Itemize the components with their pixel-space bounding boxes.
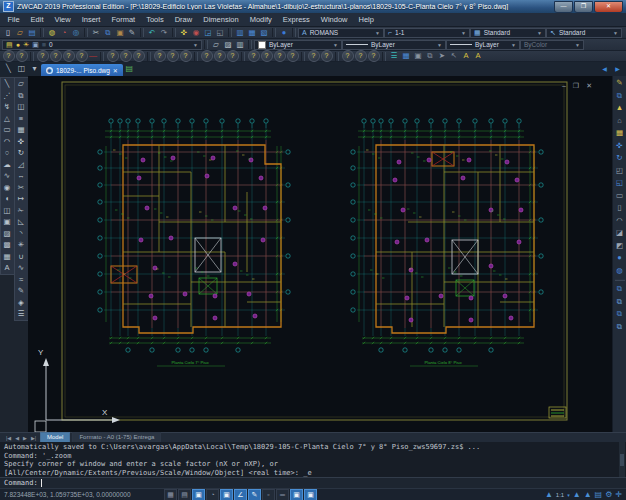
copy-tool[interactable]: ⧉ xyxy=(15,90,27,102)
viewports-icon[interactable]: ▥ xyxy=(234,28,246,38)
minimize-button[interactable]: — xyxy=(554,1,573,13)
linetype-combo[interactable]: ByLayer▼ xyxy=(342,40,446,50)
undo-icon[interactable]: ↶ xyxy=(146,28,158,38)
custom-button-icon[interactable]: ? xyxy=(76,50,88,62)
mtext-tool[interactable]: A xyxy=(1,262,13,274)
menu-item-help[interactable]: Help xyxy=(353,13,379,26)
stretch-tool[interactable]: ↔ xyxy=(15,170,27,182)
region-tool[interactable]: ▩ xyxy=(1,239,13,251)
custom-button-icon[interactable]: ? xyxy=(201,50,213,62)
menu-item-dimension[interactable]: Dimension xyxy=(198,13,244,26)
break-tool[interactable]: ✁ xyxy=(15,205,27,217)
redo-icon[interactable]: ↷ xyxy=(158,28,170,38)
image-frame-icon[interactable]: ▣ xyxy=(412,51,424,61)
chamfer-tool[interactable]: ◺ xyxy=(15,216,27,228)
draw-arrow-icon[interactable]: ➤ xyxy=(436,51,448,61)
plot-style-combo[interactable]: ByColor▼ xyxy=(520,40,584,50)
rect-icon[interactable]: ▯ xyxy=(614,202,626,215)
insert-block-tool[interactable]: ◫ xyxy=(1,205,13,217)
preview-icon[interactable]: ◔ xyxy=(58,28,70,38)
ellipse-tool[interactable]: ◉ xyxy=(1,182,13,194)
pan-icon[interactable]: ✜ xyxy=(178,28,190,38)
lineweight-combo[interactable]: ByLayer▼ xyxy=(446,40,520,50)
menu-item-edit[interactable]: Edit xyxy=(25,13,49,26)
paste-icon[interactable]: ▣ xyxy=(114,28,126,38)
custom-button-icon[interactable]: ? xyxy=(167,50,179,62)
layer-on-icon[interactable]: ● xyxy=(16,41,20,48)
revision-cloud-tool[interactable]: ☁ xyxy=(1,159,13,171)
custom-button-icon[interactable]: ? xyxy=(274,50,286,62)
layers-add-icon[interactable]: ⧉ xyxy=(614,296,626,309)
layers-copy-icon[interactable]: ⧉ xyxy=(614,308,626,321)
plot-icon[interactable]: ◍ xyxy=(46,28,58,38)
capture-icon[interactable]: ▤ xyxy=(595,490,603,499)
menu-item-express[interactable]: Express xyxy=(277,13,315,26)
layer-properties-icon[interactable]: ▤ xyxy=(6,41,13,49)
custom-button-icon[interactable]: ? xyxy=(50,50,62,62)
layer-color-icon[interactable]: ■ xyxy=(42,41,46,48)
sketch-icon[interactable]: ✎ xyxy=(614,77,626,90)
match-properties-icon[interactable]: ✎ xyxy=(126,28,138,38)
drawing-canvas[interactable]: YXPlanta Cielo 7° PisoPlanta Cielo 8° Pi… xyxy=(28,76,612,432)
home-view-icon[interactable]: ⌂ xyxy=(614,115,626,128)
menu-item-draw[interactable]: Draw xyxy=(169,13,198,26)
etrack-toggle[interactable]: ∠ xyxy=(234,489,247,500)
join-tool[interactable]: ∪ xyxy=(15,251,27,263)
command-scrollbar[interactable] xyxy=(619,442,625,477)
warning-icon[interactable]: ▲ xyxy=(614,102,626,115)
menu-item-tools[interactable]: Tools xyxy=(141,13,170,26)
zoom-window-icon[interactable]: ◲ xyxy=(202,28,214,38)
command-history[interactable]: Automatically saved to C:\Users\avargas\… xyxy=(0,442,626,477)
spline-tool[interactable]: ∿ xyxy=(1,170,13,182)
document-tab[interactable]: ◉18029-... Piso.dwg✕ xyxy=(41,64,123,76)
linetool-icon[interactable]: ╲ xyxy=(2,63,15,75)
open-file-icon[interactable]: ▱ xyxy=(14,28,26,38)
layout-nav-icon-2[interactable]: ▶ xyxy=(21,435,29,441)
beam-icon[interactable]: ◫ xyxy=(15,63,28,75)
layers-state-icon[interactable]: ⧉ xyxy=(614,321,626,334)
extend-tool[interactable]: ↦ xyxy=(15,193,27,205)
line-tool[interactable]: ╲ xyxy=(1,78,13,90)
construction-line-tool[interactable]: ⋰ xyxy=(1,90,13,102)
table-view-icon[interactable]: ▦ xyxy=(400,51,412,61)
layout-nav-icon-0[interactable]: |◀ xyxy=(4,435,13,441)
restore-button[interactable]: ❐ xyxy=(574,1,593,13)
cut-icon[interactable]: ✂ xyxy=(90,28,102,38)
polyline-tool[interactable]: ↯ xyxy=(1,101,13,113)
close-button[interactable]: ✕ xyxy=(594,1,623,13)
custom-button-icon[interactable]: ? xyxy=(287,50,299,62)
menu-item-modify[interactable]: Modify xyxy=(244,13,277,26)
lineweight-toggle[interactable]: ═ xyxy=(276,489,289,500)
custom-button-icon[interactable]: ? xyxy=(133,50,145,62)
custom-button-icon[interactable]: ? xyxy=(154,50,166,62)
close-tab-icon[interactable]: ✕ xyxy=(113,67,118,74)
fillet-tool[interactable]: ◝ xyxy=(15,228,27,240)
named-views-icon[interactable]: ▦ xyxy=(246,28,258,38)
frame-view-icon[interactable]: ◱ xyxy=(614,177,626,190)
custom-button-icon[interactable]: ? xyxy=(3,50,15,62)
esnap-toggle[interactable]: ▣ xyxy=(220,489,233,500)
ortho-toggle[interactable]: ▣ xyxy=(192,489,205,500)
new-document-icon[interactable]: ▤ xyxy=(123,63,136,75)
layer-previous-icon[interactable]: ▨ xyxy=(222,40,234,50)
nav-person-2-icon[interactable]: ▲ xyxy=(584,490,592,499)
sheet-icon[interactable]: ▧ xyxy=(258,28,270,38)
explode-tool[interactable]: ✳ xyxy=(15,239,27,251)
array-tool[interactable]: ▦ xyxy=(15,124,27,136)
custom-button-icon[interactable]: ? xyxy=(248,50,260,62)
dim-style-combo[interactable]: ⌐1-1▼ xyxy=(384,28,470,38)
slice-icon[interactable]: ◪ xyxy=(614,227,626,240)
fullscreen-icon[interactable]: ✛ xyxy=(615,490,622,499)
image-clip-icon[interactable]: ⧉ xyxy=(424,51,436,61)
snap-toggle[interactable]: ▦ xyxy=(164,489,177,500)
custom-button-icon[interactable]: ? xyxy=(37,50,49,62)
properties-tool[interactable]: ☰ xyxy=(15,308,27,320)
box-icon[interactable]: ▭ xyxy=(614,190,626,203)
copy-icon[interactable]: ⧉ xyxy=(102,28,114,38)
dyn-toggle[interactable]: ✎ xyxy=(248,489,261,500)
layer-combo[interactable]: ▤●☀▣■0▼ xyxy=(2,40,202,50)
custom-button-icon[interactable]: ? xyxy=(227,50,239,62)
text-style-a-icon[interactable]: A xyxy=(460,51,472,61)
rectangle-tool[interactable]: ▭ xyxy=(1,124,13,136)
polar-toggle[interactable]: ◔ xyxy=(206,489,219,500)
